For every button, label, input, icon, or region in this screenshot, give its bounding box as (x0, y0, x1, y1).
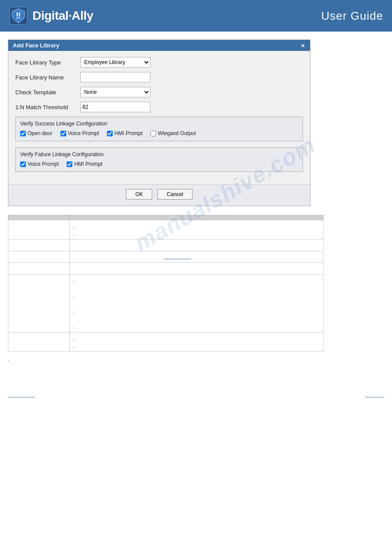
verify-success-options: Open door Voice Prompt HMI Prompt Wiegan… (20, 130, 298, 136)
open-door-option[interactable]: Open door (20, 130, 53, 136)
face-library-name-row: Face Library Name (15, 72, 303, 82)
table-cell-col1 (8, 274, 70, 332)
table-header-col1 (8, 215, 70, 220)
match-threshold-row: 1:N Match Threshold (15, 102, 303, 112)
voice-prompt-fail-option[interactable]: Voice Prompt (20, 161, 59, 167)
dialog-footer: OK Cancel (8, 184, 310, 206)
hmi-prompt-success-label: HMI Prompt (114, 130, 143, 136)
match-threshold-label: 1:N Match Threshold (15, 104, 80, 111)
voice-prompt-success-label: Voice Prompt (68, 130, 99, 136)
table-cell-col2: __________ (69, 251, 323, 263)
footer-note: , (8, 356, 384, 361)
voice-prompt-success-option[interactable]: Voice Prompt (61, 130, 99, 136)
open-door-checkbox[interactable] (20, 131, 26, 136)
table-cell-col1 (8, 263, 70, 275)
verify-failure-options: Voice Prompt HMI Prompt (20, 161, 298, 167)
open-door-label: Open door (28, 130, 53, 136)
voice-prompt-fail-label: Voice Prompt (28, 161, 59, 167)
footer-link-left[interactable]: __________ (8, 392, 35, 397)
logo: Digital·Ally (9, 6, 93, 25)
footer-links: __________ _______ (8, 392, 384, 397)
table-cell-col1 (8, 239, 70, 251)
table-header-col2 (69, 215, 323, 220)
table-cell-col2: , , (69, 332, 323, 352)
page-header: Digital·Ally User Guide (0, 0, 392, 32)
dialog-titlebar: Add Face Library × (8, 40, 310, 51)
table-row (8, 263, 324, 275)
table-row: , , , , (8, 274, 324, 332)
hmi-prompt-fail-option[interactable]: HMI Prompt (67, 161, 102, 167)
verify-failure-group: Verify Failure Linkage Configuration Voi… (15, 147, 303, 172)
check-template-select[interactable]: None (80, 87, 150, 97)
verify-success-title: Verify Success Linkage Configuration (20, 121, 298, 127)
svg-rect-4 (19, 18, 20, 19)
main-content: manualshive.com Add Face Library × Face … (0, 32, 392, 405)
check-template-label: Check Template (15, 89, 80, 96)
ok-button[interactable]: OK (126, 189, 152, 200)
face-library-type-label: Face Library Type (15, 59, 80, 66)
table-row: , , (8, 332, 324, 352)
face-library-name-label: Face Library Name (15, 74, 80, 81)
table-row (8, 239, 324, 251)
add-face-library-dialog: Add Face Library × Face Library Type Emp… (8, 39, 310, 206)
svg-rect-1 (17, 12, 18, 17)
hmi-prompt-success-checkbox[interactable] (107, 131, 113, 136)
verify-failure-title: Verify Failure Linkage Configuration (20, 151, 298, 157)
svg-rect-2 (17, 18, 18, 19)
table-cell-col2 (69, 263, 323, 275)
wiegand-output-checkbox[interactable] (150, 131, 156, 136)
check-template-row: Check Template None (15, 87, 303, 97)
footer-link-right[interactable]: _______ (365, 392, 384, 397)
wiegand-output-option[interactable]: Wiegand Output (150, 130, 196, 136)
shield-icon (9, 6, 28, 25)
wiegand-output-label: Wiegand Output (158, 130, 196, 136)
cancel-button[interactable]: Cancel (157, 189, 192, 200)
svg-rect-3 (19, 12, 20, 17)
dialog-close-button[interactable]: × (300, 43, 306, 49)
hmi-prompt-success-option[interactable]: HMI Prompt (107, 130, 143, 136)
match-threshold-input[interactable] (80, 102, 150, 112)
dialog-body: Face Library Type Employee Library Visit… (8, 51, 310, 184)
hmi-prompt-fail-checkbox[interactable] (67, 161, 72, 167)
voice-prompt-fail-checkbox[interactable] (20, 161, 26, 167)
face-library-name-input[interactable] (80, 72, 150, 82)
table-cell-col2 (69, 239, 323, 251)
face-library-type-select[interactable]: Employee Library Visitor Library Blackli… (80, 57, 150, 68)
table-row: __________ (8, 251, 324, 263)
face-library-type-row: Face Library Type Employee Library Visit… (15, 57, 303, 68)
table-cell-col1 (8, 251, 70, 263)
verify-success-group: Verify Success Linkage Configuration Ope… (15, 117, 303, 141)
logo-text: Digital·Ally (32, 9, 93, 23)
voice-prompt-success-checkbox[interactable] (61, 131, 66, 136)
table-row: , , (8, 220, 324, 239)
data-table: , , __________ (8, 215, 324, 352)
hmi-prompt-fail-label: HMI Prompt (74, 161, 102, 167)
page-title: User Guide (321, 9, 384, 23)
table-cell-col2: , , (69, 220, 323, 239)
table-cell-col1 (8, 332, 70, 352)
table-cell-col1 (8, 220, 70, 239)
table-cell-col2: , , , , (69, 274, 323, 332)
dialog-title: Add Face Library (13, 42, 59, 49)
